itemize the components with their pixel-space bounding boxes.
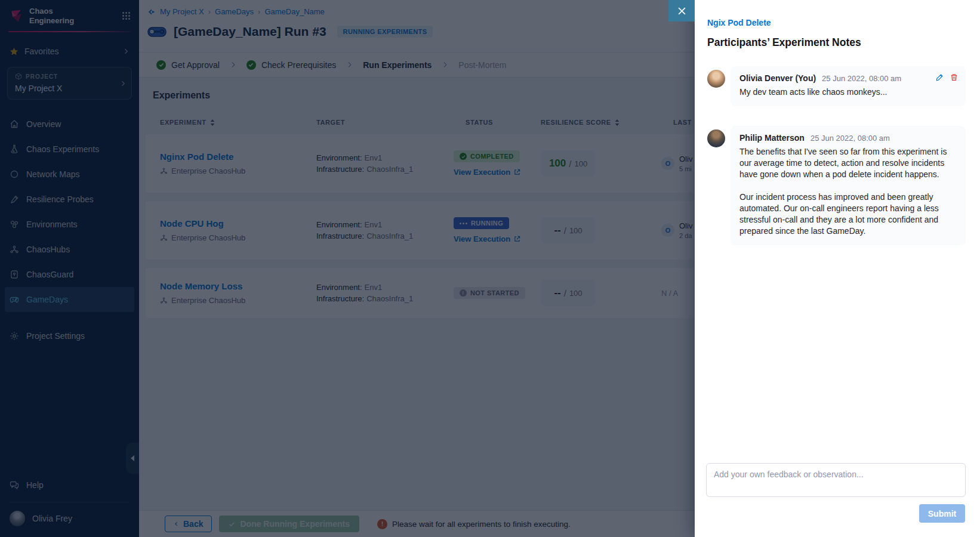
drawer-experiment-link[interactable]: Ngix Pod Delete <box>707 18 966 27</box>
comment: Philip Matterson 25 Jun 2022, 08:00 am T… <box>707 126 966 245</box>
experiment-notes-drawer: Ngix Pod Delete Participants’ Experiment… <box>695 0 980 537</box>
comment-text: My dev team acts like chaos monkeys... <box>739 87 957 98</box>
close-button[interactable] <box>668 0 695 21</box>
comment-timestamp: 25 Jun 2022, 08:00 am <box>810 134 890 143</box>
delete-trash-icon[interactable] <box>950 73 958 81</box>
close-icon <box>677 7 686 16</box>
avatar <box>707 129 725 147</box>
comment-text: Our incident process has improved and be… <box>739 192 957 237</box>
comment-card: Philip Matterson 25 Jun 2022, 08:00 am T… <box>731 126 966 245</box>
feedback-composer <box>706 463 966 499</box>
comment-author: Philip Matterson <box>739 133 805 143</box>
comment: Olivia Denver (You) 25 Jun 2022, 08:00 a… <box>707 66 966 106</box>
submit-button[interactable]: Submit <box>919 504 965 523</box>
drawer-title: Participants’ Experiment Notes <box>707 36 966 49</box>
comment-author: Olivia Denver (You) <box>739 73 816 83</box>
comment-text: The benefits that I've seen so far from … <box>739 146 957 180</box>
feedback-input[interactable] <box>706 463 966 497</box>
edit-pencil-icon[interactable] <box>936 73 944 81</box>
comment-timestamp: 25 Jun 2022, 08:00 am <box>822 74 901 83</box>
comment-card: Olivia Denver (You) 25 Jun 2022, 08:00 a… <box>731 66 966 106</box>
comments-list: Olivia Denver (You) 25 Jun 2022, 08:00 a… <box>707 66 966 245</box>
avatar <box>707 70 725 88</box>
